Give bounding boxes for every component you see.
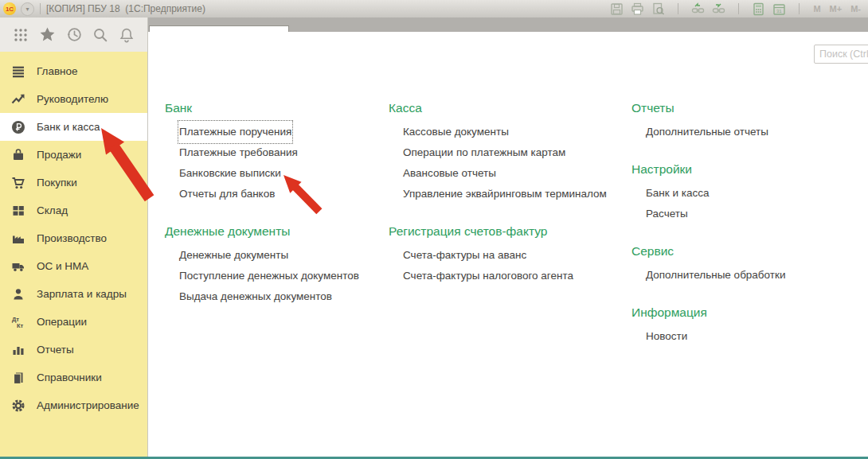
section-title: Отчеты (631, 101, 862, 115)
section-kassa: Касса Кассовые документы Операции по пла… (389, 101, 628, 204)
apps-grid-icon[interactable] (13, 27, 29, 43)
main-content: Банк Платежные поручения Платежные требо… (148, 32, 868, 457)
warehouse-icon (10, 203, 26, 219)
memory-m-button[interactable]: M (812, 4, 821, 14)
cmd-postuplenie-denezhnyh-dokumentov[interactable]: Поступление денежных документов (179, 266, 380, 286)
cmd-bank-i-kassa-settings[interactable]: Банк и касса (646, 183, 862, 204)
cmd-novosti[interactable]: Новости (646, 326, 862, 347)
tools-panel (0, 18, 148, 52)
sidebar-item-spravochniki[interactable]: Справочники (0, 364, 147, 391)
gear-icon (10, 398, 26, 414)
titlebar-separator (678, 3, 678, 14)
cmd-bankovskie-vypiski[interactable]: Банковские выписки (179, 163, 380, 184)
cmd-scheta-faktury-nalogovogo-agenta[interactable]: Счета-фактуры налогового агента (403, 266, 628, 286)
books-icon (10, 370, 26, 386)
history-icon[interactable] (66, 26, 83, 43)
cart-icon (10, 175, 26, 191)
section-informaciya: Информация Новости (631, 305, 862, 347)
trend-icon (10, 91, 26, 107)
sidebar-item-administrirovanie[interactable]: Администрирование (0, 391, 147, 419)
sidebar-item-otchety[interactable]: Отчеты (0, 336, 147, 364)
sidebar-item-label: Справочники (37, 371, 102, 383)
ruble-icon (10, 119, 26, 135)
sidebar-item-label: Склад (37, 204, 68, 216)
sidebar: Главное Руководителю Банк и касса (0, 52, 148, 457)
content-column-1: Банк Платежные поручения Платежные требо… (165, 101, 380, 327)
cmd-kassovye-dokumenty[interactable]: Кассовые документы (403, 122, 628, 142)
calendar-icon[interactable]: 31 (772, 2, 786, 16)
titlebar-separator (799, 3, 800, 14)
cmd-platezhnye-porucheniya[interactable]: Платежные поручения (179, 122, 380, 142)
sidebar-item-label: Отчеты (37, 344, 74, 356)
content-column-2: Касса Кассовые документы Операции по пла… (389, 101, 628, 306)
section-title: Касса (389, 101, 628, 115)
section-denezhnye-dokumenty: Денежные документы Денежные документы По… (165, 224, 380, 307)
section-title: Регистрация счетов-фактур (389, 224, 628, 239)
sidebar-item-os-i-nma[interactable]: ОС и НМА (0, 252, 147, 280)
sidebar-item-prodazhi[interactable]: Продажи (0, 141, 147, 169)
cmd-upravlenie-ekvajringovym-terminalom[interactable]: Управление эквайринговым терминалом (403, 184, 628, 204)
app-window: 1С ▾ [КОПИЯ] ПБУ 18 (1С:Предприятие) (0, 0, 868, 459)
sidebar-item-label: Покупки (37, 177, 77, 189)
menu-icon (10, 64, 26, 80)
go-link-icon[interactable] (712, 2, 725, 16)
sidebar-item-rukovoditelyu[interactable]: Руководителю (0, 85, 147, 113)
truck-icon (10, 259, 26, 274)
section-title: Сервис (631, 244, 862, 259)
cmd-raschety[interactable]: Расчеты (646, 204, 862, 224)
notifications-bell-icon[interactable] (119, 27, 135, 43)
section-bank: Банк Платежные поручения Платежные требо… (165, 101, 380, 204)
print-icon[interactable] (631, 2, 644, 16)
print-preview-icon[interactable] (651, 2, 665, 16)
sidebar-item-label: Продажи (37, 149, 81, 161)
save-icon[interactable] (610, 2, 624, 16)
open-tab[interactable] (149, 25, 289, 32)
search-icon[interactable] (92, 27, 108, 43)
cmd-platezhnye-trebovaniya[interactable]: Платежные требования (179, 142, 380, 163)
cmd-dopolnitelnye-otchety[interactable]: Дополнительные отчеты (646, 122, 862, 142)
cmd-otchety-dlya-bankov[interactable]: Отчеты для банков (179, 184, 380, 204)
memory-m-minus-button[interactable]: M- (850, 4, 862, 14)
sidebar-item-label: Администрирование (37, 399, 139, 411)
get-link-icon[interactable] (691, 2, 705, 16)
sidebar-item-label: Операции (37, 316, 87, 328)
barchart-icon (10, 342, 26, 358)
memory-m-plus-button[interactable]: M+ (829, 4, 843, 14)
cmd-scheta-faktury-na-avans[interactable]: Счета-фактуры на аванс (403, 245, 628, 266)
section-otchety: Отчеты Дополнительные отчеты (631, 101, 862, 142)
window-title: [КОПИЯ] ПБУ 18 (1С:Предприятие) (46, 3, 205, 14)
cmd-avansovye-otchety[interactable]: Авансовые отчеты (403, 163, 628, 184)
tab-strip (148, 18, 868, 32)
sidebar-item-zarplata-i-kadry[interactable]: Зарплата и кадры (0, 280, 147, 308)
window-titlebar: 1С ▾ [КОПИЯ] ПБУ 18 (1С:Предприятие) (0, 0, 868, 18)
section-registraciya-schetov-faktur: Регистрация счетов-фактур Счета-фактуры … (389, 224, 628, 286)
search-input[interactable] (814, 45, 868, 64)
sidebar-item-pokupki[interactable]: Покупки (0, 169, 147, 196)
calculator-icon[interactable] (752, 2, 765, 16)
cmd-operacii-po-platezhnym-kartam[interactable]: Операции по платежным картам (403, 142, 628, 163)
sidebar-item-label: ОС и НМА (37, 260, 88, 272)
sidebar-item-proizvodstvo[interactable]: Производство (0, 224, 147, 252)
favorites-star-icon[interactable] (39, 26, 56, 43)
cmd-vydacha-denezhnyh-dokumentov[interactable]: Выдача денежных документов (179, 286, 380, 307)
cmd-denezhnye-dokumenty[interactable]: Денежные документы (179, 245, 380, 266)
svg-text:Кт: Кт (17, 322, 24, 329)
system-menu-button[interactable]: ▾ (21, 2, 34, 16)
dtkt-icon: Дт Кт (10, 314, 26, 330)
sidebar-item-bank-i-kassa[interactable]: Банк и касса (0, 113, 147, 141)
sidebar-item-label: Производство (37, 232, 107, 244)
section-title: Информация (631, 305, 862, 320)
section-title: Банк (165, 101, 380, 115)
section-title: Настройки (631, 162, 862, 177)
sidebar-item-operacii[interactable]: Дт Кт Операции (0, 308, 147, 336)
cmd-dopolnitelnye-obrabotki[interactable]: Дополнительные обработки (646, 265, 862, 286)
section-nastrojki: Настройки Банк и касса Расчеты (631, 162, 862, 224)
sidebar-item-glavnoe[interactable]: Главное (0, 57, 147, 85)
factory-icon (10, 231, 26, 247)
sidebar-item-label: Руководителю (37, 93, 108, 105)
sidebar-item-sklad[interactable]: Склад (0, 196, 147, 224)
sidebar-item-label: Зарплата и кадры (37, 288, 127, 300)
titlebar-separator (738, 3, 739, 14)
titlebar-toolbar: 31 M M+ M- (610, 2, 868, 16)
svg-text:31: 31 (776, 9, 782, 14)
